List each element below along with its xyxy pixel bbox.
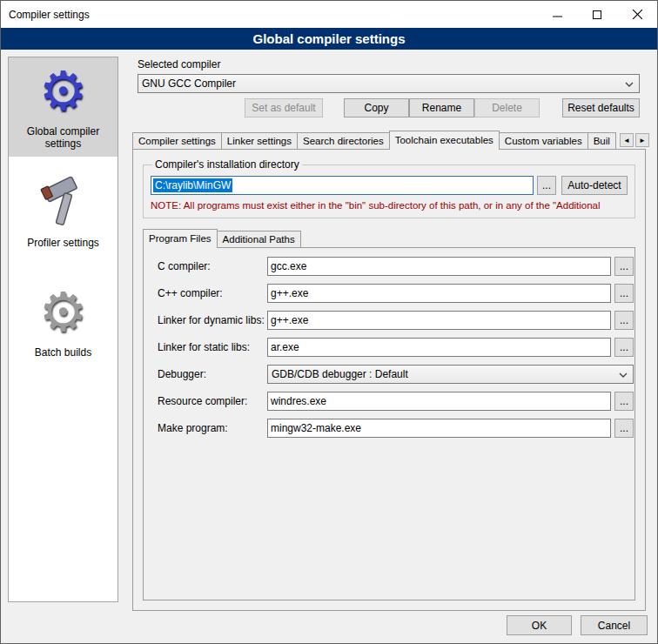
tab-additional-paths[interactable]: Additional Paths (217, 231, 301, 247)
maximize-icon (593, 10, 601, 19)
titlebar: Compiler settings (1, 1, 657, 28)
make-program-row: Make program: ... (144, 419, 634, 438)
rename-button[interactable]: Rename (409, 98, 474, 117)
tab-program-files[interactable]: Program Files (143, 229, 218, 248)
ok-button[interactable]: OK (507, 615, 572, 635)
program-files-tabstrip: Program Files Additional Paths (143, 229, 645, 247)
sidebar-spacer (9, 157, 118, 169)
debugger-combobox[interactable]: GDB/CDB debugger : Default (267, 365, 634, 384)
browse-static-linker-button[interactable]: ... (614, 338, 634, 357)
static-linker-row: Linker for static libs: ... (144, 338, 634, 357)
installation-path-value: C:\raylib\MinGW (153, 178, 232, 192)
browse-dynamic-linker-button[interactable]: ... (614, 311, 634, 330)
maximize-button[interactable] (577, 1, 617, 28)
dialog-header: Global compiler settings (1, 28, 657, 50)
dynamic-linker-input[interactable] (267, 311, 611, 330)
program-files-panel: C compiler: ... C++ compiler: ... Linker… (143, 247, 635, 600)
sidebar-item-batch-builds[interactable]: ⚙ Batch builds (9, 278, 118, 366)
auto-detect-button[interactable]: Auto-detect (561, 176, 628, 195)
set-as-default-button[interactable]: Set as default (245, 98, 323, 117)
debugger-value: GDB/CDB debugger : Default (272, 368, 408, 380)
close-button[interactable] (617, 1, 657, 28)
dialog-footer: OK Cancel (507, 615, 648, 635)
make-program-input[interactable] (267, 419, 611, 438)
c-compiler-input[interactable] (267, 257, 611, 276)
selected-compiler-label: Selected compiler (138, 58, 652, 70)
browse-make-program-button[interactable]: ... (614, 419, 634, 438)
installation-directory-legend: Compiler's installation directory (152, 158, 302, 171)
tab-scroll-right-button[interactable]: ► (635, 133, 649, 147)
toolchain-executables-panel: Compiler's installation directory C:\ray… (132, 149, 646, 611)
reset-defaults-button[interactable]: Reset defaults (562, 98, 640, 117)
sidebar-item-global-compiler-settings[interactable]: ⚙ Global compiler settings (9, 57, 118, 157)
tab-scroll-left-button[interactable]: ◄ (620, 133, 634, 147)
tab-custom-variables[interactable]: Custom variables (499, 132, 588, 149)
debugger-row: Debugger: GDB/CDB debugger : Default (144, 365, 634, 384)
tab-toolchain-executables[interactable]: Toolchain executables (389, 131, 500, 150)
resource-compiler-label: Resource compiler: (158, 395, 267, 407)
chevron-down-icon (625, 82, 634, 87)
browse-c-compiler-button[interactable]: ... (614, 257, 634, 276)
copy-button[interactable]: Copy (344, 98, 409, 117)
gear-blue-icon: ⚙ (10, 61, 116, 122)
installation-path-input[interactable]: C:\raylib\MinGW (151, 176, 534, 195)
cpp-compiler-input[interactable] (267, 284, 611, 303)
make-program-label: Make program: (158, 422, 267, 434)
gear-gray-icon: ⚙ (10, 282, 116, 343)
resource-compiler-row: Resource compiler: ... (144, 392, 634, 411)
c-compiler-label: C compiler: (158, 260, 267, 272)
close-icon (633, 10, 642, 19)
debugger-label: Debugger: (158, 368, 267, 380)
delete-button[interactable]: Delete (474, 98, 540, 117)
selected-compiler-combobox[interactable]: GNU GCC Compiler (138, 74, 640, 93)
sidebar-item-label: Profiler settings (10, 237, 116, 249)
browse-installation-path-button[interactable]: ... (537, 176, 556, 195)
installation-path-row: C:\raylib\MinGW ... Auto-detect (151, 176, 628, 195)
dynamic-linker-label: Linker for dynamic libs: (158, 314, 267, 326)
main-area: Selected compiler GNU GCC Compiler Set a… (127, 53, 652, 619)
selected-compiler-value: GNU GCC Compiler (142, 77, 236, 90)
tab-build-options-truncated[interactable]: Buil (588, 132, 616, 149)
static-linker-input[interactable] (267, 338, 611, 357)
minimize-button[interactable] (537, 1, 577, 28)
titlebar-buttons (537, 1, 657, 28)
c-compiler-row: C compiler: ... (144, 257, 634, 276)
installation-directory-groupbox: Compiler's installation directory C:\ray… (143, 158, 635, 218)
tab-linker-settings[interactable]: Linker settings (221, 132, 298, 149)
sidebar: ⚙ Global compiler settings Profiler sett… (8, 57, 118, 602)
tab-scroll-buttons: ◄ ► (620, 133, 649, 147)
sidebar-spacer (9, 256, 118, 278)
cancel-button[interactable]: Cancel (581, 615, 648, 635)
settings-tabstrip: Compiler settings Linker settings Search… (127, 131, 652, 149)
profiler-hammer-icon (10, 172, 116, 233)
resource-compiler-input[interactable] (267, 392, 611, 411)
tab-search-directories[interactable]: Search directories (297, 132, 390, 149)
sidebar-item-label: Global compiler settings (10, 125, 116, 150)
compiler-actions-row: Set as default Copy Rename Delete Reset … (127, 98, 652, 117)
installation-note-text: NOTE: All programs must exist either in … (151, 200, 628, 211)
dynamic-linker-row: Linker for dynamic libs: ... (144, 311, 634, 330)
cpp-compiler-row: C++ compiler: ... (144, 284, 634, 303)
tab-compiler-settings[interactable]: Compiler settings (132, 132, 222, 149)
browse-resource-compiler-button[interactable]: ... (614, 392, 634, 411)
static-linker-label: Linker for static libs: (158, 341, 267, 353)
compiler-settings-window: Compiler settings Global compiler settin… (0, 0, 658, 644)
window-title: Compiler settings (1, 9, 537, 21)
minimize-icon (553, 10, 562, 19)
sidebar-item-label: Batch builds (10, 346, 116, 359)
chevron-down-icon (619, 372, 628, 378)
browse-cpp-compiler-button[interactable]: ... (614, 284, 634, 303)
cpp-compiler-label: C++ compiler: (158, 287, 267, 299)
sidebar-item-profiler-settings[interactable]: Profiler settings (9, 169, 118, 256)
